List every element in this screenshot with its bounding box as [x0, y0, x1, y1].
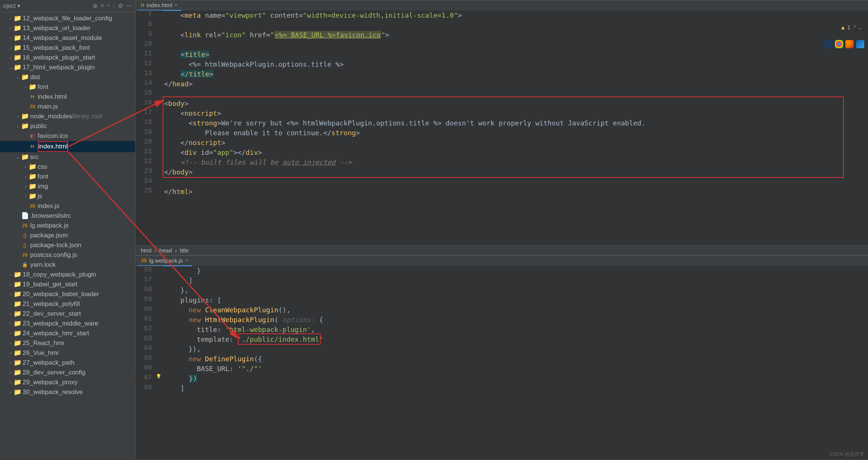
code-line[interactable]: title: 'html-webpack-plugin', — [164, 325, 868, 335]
chevron-icon[interactable]: › — [8, 53, 14, 62]
chevron-icon[interactable]: › — [8, 34, 14, 43]
project-tree[interactable]: ›📁12_webpack_file_loader_config›📁13_webp… — [0, 12, 135, 460]
tree-item[interactable]: ›📁node_modules library root — [0, 112, 135, 121]
chevron-icon[interactable]: › — [8, 300, 14, 309]
crumb[interactable]: title — [180, 247, 189, 254]
code-line[interactable]: plugins: [ — [164, 295, 868, 305]
chevron-icon[interactable]: › — [8, 388, 14, 397]
tree-item[interactable]: ›📁21_webpack_polyfill — [0, 299, 135, 309]
code-line[interactable]: Please enable it to continue.</strong> — [164, 128, 868, 138]
tree-item[interactable]: ›📁css — [0, 162, 135, 172]
chevron-icon[interactable]: ⌄ — [15, 73, 21, 82]
tree-item[interactable]: ›📁30_webpack_resolve — [0, 387, 135, 397]
warning-badge[interactable]: ▲ 1 ^ ⌄ — [840, 24, 863, 31]
code-line[interactable]: <meta name="viewport" content="width=dev… — [164, 11, 868, 20]
chevron-icon[interactable]: › — [8, 378, 14, 387]
tree-item[interactable]: ›📁20_webpack_babel_loader — [0, 289, 135, 299]
chevron-icon[interactable]: › — [8, 319, 14, 328]
hide-icon[interactable]: — — [126, 2, 132, 9]
code-line[interactable]: </title> — [164, 69, 868, 79]
chevron-icon[interactable]: › — [8, 24, 14, 33]
tree-item[interactable]: ›📁js — [0, 191, 135, 201]
chevron-icon[interactable]: › — [23, 192, 29, 201]
code-line[interactable]: }) — [164, 374, 868, 384]
ide-icon[interactable] — [824, 40, 833, 48]
tree-item[interactable]: ⌄📁17_html_webpack_plugin — [0, 63, 135, 72]
chevron-icon[interactable]: ⌄ — [15, 153, 21, 162]
code-line[interactable]: <!-- built files will be auto injected -… — [164, 157, 868, 167]
code-line[interactable]: <div id="app"></div> — [164, 148, 868, 157]
tree-item[interactable]: Hindex.html — [0, 92, 135, 102]
chevron-icon[interactable]: › — [8, 339, 14, 348]
code-line[interactable]: BASE_URL: '"./"' — [164, 364, 868, 374]
code-line[interactable]: template: './public/index.html' — [164, 335, 868, 344]
code-line[interactable]: ] — [164, 276, 868, 286]
tree-item[interactable]: ⌄📁src — [0, 152, 135, 162]
code-line[interactable]: }), — [164, 344, 868, 354]
chevron-icon[interactable]: › — [8, 14, 14, 23]
tree-item[interactable]: ›📁16_webapck_plugin_start — [0, 53, 135, 63]
tree-item[interactable]: 📄.browserslistrc — [0, 211, 135, 221]
tree-item[interactable]: ›📁23_webapck_middle_ware — [0, 319, 135, 329]
chevron-icon[interactable]: › — [23, 83, 29, 92]
chevron-icon[interactable]: › — [8, 368, 14, 377]
code-line[interactable]: <link rel="icon" href="<%= BASE_URL %>fa… — [164, 30, 868, 40]
chevron-icon[interactable]: › — [23, 182, 29, 191]
chevron-icon[interactable]: ⌄ — [8, 63, 14, 72]
fold-gutter[interactable] — [156, 11, 163, 245]
chevron-icon[interactable]: › — [8, 43, 14, 52]
tree-item[interactable]: ›📁28_dev_server_config — [0, 368, 135, 377]
tree-item[interactable]: ›📁25_React_hmr — [0, 338, 135, 348]
tree-item[interactable]: ›📁12_webpack_file_loader_config — [0, 14, 135, 23]
tree-item[interactable]: ›📁24_webpack_hmr_start — [0, 329, 135, 338]
code-line[interactable]: </body> — [164, 167, 868, 177]
editor-top[interactable]: 78910111213141516171819202122232425 <met… — [136, 11, 868, 245]
tree-item[interactable]: {}package-lock.json — [0, 240, 135, 250]
code-line[interactable] — [164, 20, 868, 30]
fold-gutter[interactable]: 💡 — [156, 266, 163, 460]
code-line[interactable]: </head> — [164, 79, 868, 89]
code-line[interactable]: new CleanWebpackPlugin(), — [164, 305, 868, 315]
close-icon[interactable]: × — [175, 2, 178, 8]
code-line[interactable]: <strong>We're sorry but <%= htmlWebpackP… — [164, 118, 868, 128]
editor-bottom[interactable]: 56575859606162636465666768 💡 } ] }, plug… — [136, 266, 868, 460]
code-line[interactable]: <body> — [164, 99, 868, 109]
tab-lg-webpack[interactable]: JS lg.webpack.js × — [137, 256, 192, 266]
tree-item[interactable]: ›📁font — [0, 82, 135, 92]
code-line[interactable]: } — [164, 266, 868, 276]
chevron-icon[interactable]: › — [8, 270, 14, 279]
edge-icon[interactable] — [856, 40, 864, 48]
tree-item[interactable]: ⌄📁dist — [0, 72, 135, 82]
tab-index-html[interactable]: H index.html × — [137, 0, 181, 11]
code-line[interactable]: <title> — [164, 50, 868, 60]
tree-item[interactable]: ›📁19_babel_get_start — [0, 280, 135, 289]
chevron-icon[interactable]: › — [8, 280, 14, 289]
chevron-icon[interactable]: › — [23, 162, 29, 171]
code-line[interactable] — [164, 89, 868, 99]
code-line[interactable] — [164, 40, 868, 50]
code-area[interactable]: } ] }, plugins: [ new CleanWebpackPlugin… — [163, 266, 868, 460]
chevron-icon[interactable]: › — [15, 112, 21, 121]
gear-icon[interactable]: ⚙ — [118, 2, 123, 9]
code-line[interactable]: <%= htmlWebpackPlugin.options.title %> — [164, 60, 868, 69]
code-line[interactable] — [164, 177, 868, 187]
tree-item[interactable]: 🔒yarn.lock — [0, 260, 135, 270]
tree-item[interactable]: JSmain.js — [0, 102, 135, 112]
code-line[interactable]: new HtmlWebpackPlugin( options: { — [164, 315, 868, 325]
breadcrumb[interactable]: html›head›title — [136, 245, 868, 255]
chevron-icon[interactable]: › — [8, 348, 14, 358]
tree-item[interactable]: ›📁26_Vue_hmr — [0, 348, 135, 358]
code-line[interactable]: new DefinePlugin({ — [164, 354, 868, 364]
tree-item[interactable]: ›📁27_webpack_path — [0, 358, 135, 368]
code-line[interactable]: }, — [164, 286, 868, 295]
tree-item[interactable]: ⌄📁public — [0, 121, 135, 131]
tree-item[interactable]: ›📁14_webpack_asset_module — [0, 33, 135, 43]
code-line[interactable]: </noscript> — [164, 138, 868, 148]
crumb[interactable]: head — [159, 247, 172, 254]
close-icon[interactable]: × — [185, 257, 188, 263]
tree-item[interactable]: ›📁font — [0, 172, 135, 182]
tree-item[interactable]: ◧favicon.ico — [0, 131, 135, 141]
code-line[interactable]: <noscript> — [164, 109, 868, 118]
tree-item[interactable]: JSlg.webpack.js — [0, 221, 135, 231]
code-area[interactable]: <meta name="viewport" content="width=dev… — [163, 11, 868, 245]
